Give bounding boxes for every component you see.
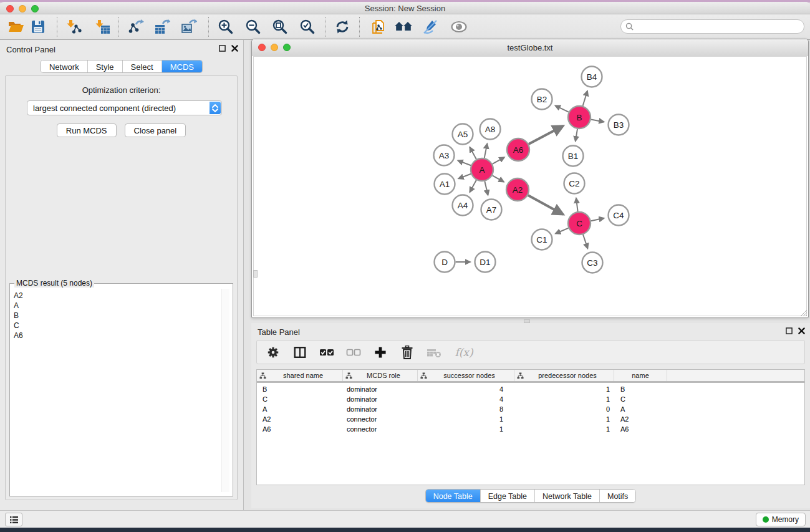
cell-name[interactable]: A2: [614, 414, 667, 424]
cell-predecessor_nodes[interactable]: 1: [514, 394, 614, 404]
tab-mcds[interactable]: MCDS: [162, 60, 202, 72]
cell-name[interactable]: B: [614, 384, 667, 394]
tab-select[interactable]: Select: [123, 60, 162, 72]
node-A4[interactable]: A4: [453, 195, 473, 216]
hide-graphics-icon[interactable]: [418, 16, 442, 38]
zoom-fit-icon[interactable]: [268, 16, 292, 38]
cell-name[interactable]: A6: [614, 424, 667, 434]
table-row[interactable]: A2connector11A2: [257, 414, 804, 424]
edge-A-A1[interactable]: [458, 174, 471, 179]
search-field[interactable]: [620, 19, 804, 34]
node-C1[interactable]: C1: [532, 230, 552, 250]
function-builder-icon[interactable]: f(x): [453, 344, 475, 360]
float-panel-icon[interactable]: [219, 45, 226, 52]
cell-mcds_role[interactable]: dominator: [343, 394, 418, 404]
search-input[interactable]: [636, 20, 804, 33]
cell-successor_nodes[interactable]: 8: [418, 404, 514, 414]
cell-shared_name[interactable]: A: [257, 404, 343, 414]
memory-button[interactable]: Memory: [756, 513, 806, 526]
node-A7[interactable]: A7: [481, 200, 502, 220]
save-session-icon[interactable]: [26, 16, 50, 38]
cell-shared_name[interactable]: B: [257, 384, 343, 394]
node-B4[interactable]: B4: [582, 67, 602, 87]
network-window-titlebar[interactable]: testGlobe.txt: [252, 39, 808, 56]
node-A1[interactable]: A1: [435, 174, 455, 195]
cell-shared_name[interactable]: A2: [257, 414, 343, 424]
cell-successor_nodes[interactable]: 1: [418, 424, 514, 434]
cell-name[interactable]: A: [614, 404, 667, 414]
zoom-in-icon[interactable]: [214, 16, 238, 38]
edge-A2-C[interactable]: [528, 195, 563, 215]
edge-A-A3[interactable]: [458, 160, 471, 165]
column-header-predecessor-nodes[interactable]: predecessor nodes: [514, 370, 614, 381]
run-mcds-button[interactable]: Run MCDS: [57, 123, 117, 137]
zoom-selected-icon[interactable]: [296, 16, 319, 38]
node-B2[interactable]: B2: [532, 89, 552, 110]
create-column-plus-icon[interactable]: [372, 344, 388, 360]
show-hide-icon[interactable]: [447, 16, 471, 38]
cell-predecessor_nodes[interactable]: 1: [514, 384, 614, 394]
node-B3[interactable]: B3: [609, 115, 629, 135]
edge-B-B4[interactable]: [583, 91, 587, 106]
mcds-result-item[interactable]: C: [14, 321, 228, 331]
node-A3[interactable]: A3: [434, 145, 455, 166]
edge-A-A8[interactable]: [485, 143, 488, 158]
cell-shared_name[interactable]: A6: [257, 424, 343, 434]
table-row[interactable]: Cdominator41C: [257, 394, 804, 404]
tab-network-table[interactable]: Network Table: [535, 490, 600, 502]
apply-layout-icon[interactable]: [330, 16, 354, 38]
delete-table-icon[interactable]: [426, 344, 442, 360]
edge-C-C4[interactable]: [591, 218, 604, 221]
node-C2[interactable]: C2: [564, 173, 585, 194]
node-C4[interactable]: C4: [609, 205, 629, 226]
table-row[interactable]: A6connector11A6: [257, 424, 804, 434]
edge-A-A7[interactable]: [485, 181, 488, 195]
cell-predecessor_nodes[interactable]: 1: [514, 424, 614, 434]
column-header-shared-name[interactable]: shared name: [257, 370, 343, 381]
node-A2[interactable]: A2: [506, 178, 529, 201]
cell-shared_name[interactable]: C: [257, 394, 343, 404]
export-table-icon[interactable]: [150, 16, 174, 38]
tab-node-table[interactable]: Node Table: [426, 490, 481, 502]
network-canvas[interactable]: AA1A2A3A4A5A6A7A8BB1B2B3B4CC1C2C3C4DD1: [253, 56, 807, 316]
close-panel-button[interactable]: Close panel: [125, 123, 186, 137]
select-all-icon[interactable]: [319, 344, 335, 360]
mcds-result-item[interactable]: A6: [14, 331, 228, 341]
mcds-result-scrollbar[interactable]: [221, 289, 229, 492]
network-graph[interactable]: AA1A2A3A4A5A6A7A8BB1B2B3B4CC1C2C3C4DD1: [254, 57, 808, 317]
cell-mcds_role[interactable]: dominator: [343, 404, 418, 414]
edge-B-B2[interactable]: [556, 105, 569, 112]
cell-successor_nodes[interactable]: 4: [418, 384, 514, 394]
node-B[interactable]: B: [568, 106, 591, 128]
cell-mcds_role[interactable]: connector: [343, 414, 418, 424]
node-B1[interactable]: B1: [563, 146, 584, 167]
first-neighbors-icon[interactable]: [392, 16, 415, 38]
tab-motifs[interactable]: Motifs: [600, 490, 635, 502]
mcds-result-list[interactable]: A2ABCA6: [11, 284, 232, 495]
edge-A-A2[interactable]: [493, 175, 504, 181]
edge-A-A5[interactable]: [470, 147, 476, 159]
mcds-result-item[interactable]: A2: [14, 291, 228, 301]
node-C3[interactable]: C3: [582, 253, 603, 273]
column-header-name[interactable]: name: [614, 370, 667, 381]
cell-mcds_role[interactable]: dominator: [343, 384, 418, 394]
tab-edge-table[interactable]: Edge Table: [481, 490, 535, 502]
canvas-grip[interactable]: [253, 270, 258, 278]
cell-predecessor_nodes[interactable]: 1: [514, 414, 614, 424]
edge-C-C1[interactable]: [556, 228, 569, 234]
import-network-icon[interactable]: [62, 16, 86, 38]
tab-network[interactable]: Network: [41, 60, 88, 72]
table-row[interactable]: Adominator80A: [257, 404, 804, 414]
cell-successor_nodes[interactable]: 4: [418, 394, 514, 404]
edge-C-C2[interactable]: [576, 198, 578, 211]
column-header-mcds-role[interactable]: MCDS role: [343, 370, 418, 381]
close-table-panel-icon[interactable]: [798, 327, 805, 334]
resize-grip-icon[interactable]: [799, 309, 808, 317]
mcds-result-item[interactable]: A: [14, 301, 228, 311]
node-A8[interactable]: A8: [480, 119, 501, 140]
node-D1[interactable]: D1: [475, 252, 496, 273]
edge-B-B3[interactable]: [591, 120, 604, 122]
cell-predecessor_nodes[interactable]: 0: [514, 404, 614, 414]
clone-network-icon[interactable]: [367, 16, 390, 38]
node-A6[interactable]: A6: [507, 138, 529, 161]
